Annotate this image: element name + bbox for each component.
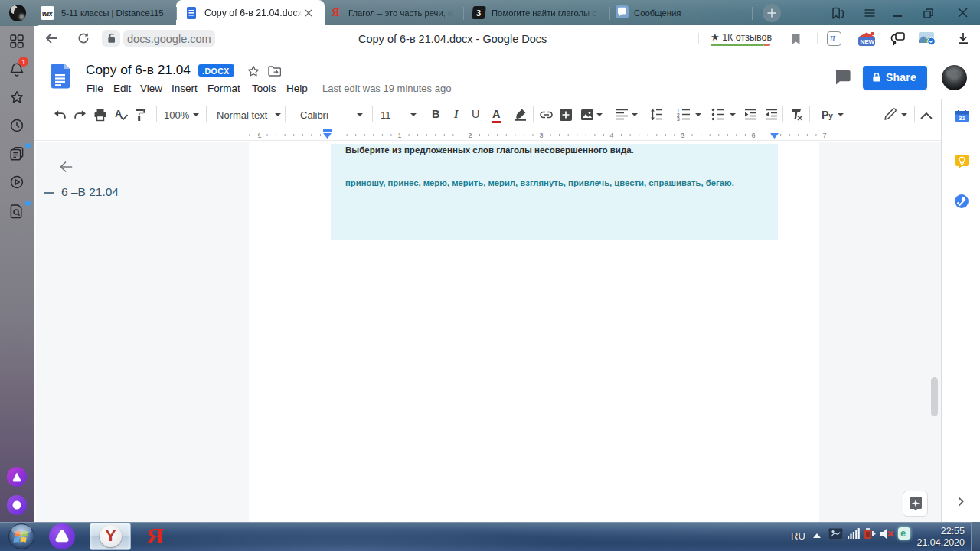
svg-text:1: 1	[257, 132, 261, 139]
svg-text:6: 6	[751, 132, 755, 139]
svg-text:3: 3	[677, 116, 680, 121]
svg-text:1: 1	[397, 132, 401, 139]
svg-text:5: 5	[681, 132, 684, 139]
svg-text:4: 4	[609, 132, 613, 139]
svg-text:2: 2	[468, 132, 472, 139]
svg-text:7: 7	[822, 132, 826, 139]
svg-text:31: 31	[959, 115, 965, 122]
svg-text:3: 3	[539, 132, 543, 139]
